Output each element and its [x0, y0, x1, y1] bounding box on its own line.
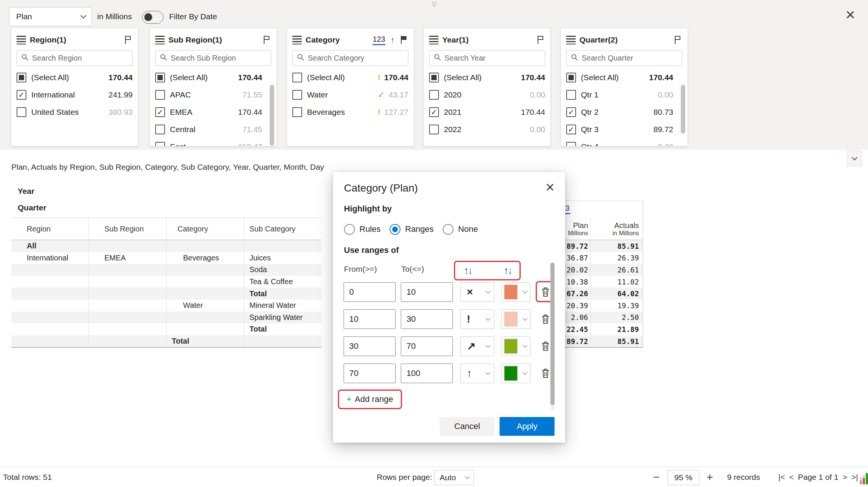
range-to-input[interactable]: [401, 309, 453, 329]
column-header-actuals[interactable]: Actuals in Millions: [590, 218, 643, 240]
radio-option-none[interactable]: None: [443, 224, 478, 235]
checkbox-unchecked[interactable]: [429, 90, 439, 100]
zoom-in-button[interactable]: +: [702, 467, 717, 487]
radio-unselected-icon[interactable]: [443, 224, 454, 235]
hamburger-icon[interactable]: [155, 36, 165, 44]
checkbox-unchecked[interactable]: [155, 90, 165, 100]
collapse-panel-handle[interactable]: [430, 1, 439, 9]
list-item[interactable]: (Select All)170.44: [566, 69, 682, 86]
close-panel-button[interactable]: ×: [841, 5, 860, 24]
measure-dropdown[interactable]: Plan: [9, 7, 92, 26]
flag-outline-icon[interactable]: [262, 35, 271, 45]
list-item[interactable]: 2021170.44: [429, 103, 545, 121]
search-input-category[interactable]: [292, 50, 408, 66]
scroll-down-button[interactable]: [847, 151, 862, 166]
hamburger-icon[interactable]: [292, 36, 302, 44]
list-item[interactable]: Qtr 10.00: [566, 86, 682, 103]
range-from-input[interactable]: [344, 309, 396, 329]
add-range-button[interactable]: + Add range: [338, 390, 402, 409]
table-row[interactable]: InternationalEMEABeveragesJuices: [11, 252, 321, 264]
list-item[interactable]: APAC71.55: [155, 86, 271, 103]
checkbox-partial[interactable]: [566, 73, 576, 82]
checkbox-unchecked[interactable]: [292, 73, 302, 82]
search-input[interactable]: [32, 54, 128, 62]
zoom-level-input[interactable]: 95 %: [668, 470, 699, 485]
checkbox-unchecked[interactable]: [292, 107, 302, 117]
column-header-sub-category[interactable]: Sub Category: [244, 218, 321, 240]
range-icon-dropdown[interactable]: ×: [460, 282, 494, 302]
checkbox-partial[interactable]: [17, 73, 26, 82]
search-input[interactable]: [171, 54, 267, 62]
table-row[interactable]: WaterMineral Water: [11, 300, 321, 312]
range-to-input[interactable]: [401, 364, 453, 383]
hamburger-icon[interactable]: [566, 36, 576, 44]
apply-button[interactable]: Apply: [500, 417, 555, 436]
range-color-dropdown[interactable]: [501, 282, 530, 302]
next-page-button[interactable]: >: [842, 473, 847, 482]
table-value-row[interactable]: 89.7285.91: [565, 240, 643, 252]
zoom-out-button[interactable]: −: [649, 467, 664, 487]
search-input-year-1[interactable]: [429, 50, 545, 66]
table-value-row[interactable]: 22.4521.89: [565, 323, 643, 335]
cancel-button[interactable]: Cancel: [440, 417, 495, 436]
list-item[interactable]: Beverages!127.27: [292, 103, 408, 121]
column-header-category[interactable]: Category: [166, 218, 244, 240]
column-header-sub-region[interactable]: Sub Region: [89, 218, 166, 240]
search-input[interactable]: [582, 54, 678, 62]
flag-outline-icon[interactable]: [673, 35, 682, 45]
checkbox-unchecked[interactable]: [292, 90, 302, 100]
list-item[interactable]: 20200.00: [429, 86, 545, 103]
range-from-input[interactable]: [344, 364, 396, 383]
flag-outline-icon[interactable]: [124, 35, 133, 45]
list-item[interactable]: International241.99: [17, 86, 133, 103]
radio-unselected-icon[interactable]: [344, 224, 355, 235]
checkbox-checked[interactable]: [17, 90, 26, 100]
table-value-row[interactable]: 20.3919.39: [565, 300, 643, 312]
hamburger-icon[interactable]: [17, 36, 26, 44]
list-item[interactable]: Qtr 40.00: [566, 138, 682, 146]
radio-selected-icon[interactable]: [390, 224, 400, 235]
range-from-input[interactable]: [344, 282, 396, 302]
checkbox-checked[interactable]: [429, 107, 439, 117]
list-item[interactable]: (Select All)170.44: [17, 69, 133, 86]
list-item[interactable]: East153.47: [155, 138, 271, 146]
range-icon-dropdown[interactable]: ↗: [460, 336, 494, 356]
rows-per-page-dropdown[interactable]: Auto: [434, 470, 474, 485]
list-item[interactable]: (Select All)170.44: [429, 69, 545, 86]
number-format-badge[interactable]: 123: [373, 35, 385, 45]
table-row[interactable]: Sparkling Water: [11, 312, 321, 324]
table-row[interactable]: Tea & Coffee: [11, 276, 321, 288]
list-item[interactable]: EMEA170.44: [155, 103, 271, 121]
column-header-plan[interactable]: Plan Millions: [565, 218, 590, 240]
range-color-dropdown[interactable]: [501, 364, 530, 383]
column-header-region[interactable]: Region: [11, 218, 89, 240]
checkbox-checked[interactable]: [155, 107, 165, 117]
sort-ascending-icon[interactable]: ↑: [391, 36, 395, 44]
table-value-row[interactable]: 89.7285.91: [565, 335, 643, 347]
range-to-input[interactable]: [401, 336, 453, 356]
checkbox-partial[interactable]: [429, 73, 439, 82]
list-item[interactable]: United States380.93: [17, 103, 133, 121]
flag-outline-icon[interactable]: [536, 35, 545, 45]
checkbox-unchecked[interactable]: [566, 142, 576, 146]
table-value-row[interactable]: 2.062.50: [565, 312, 643, 324]
list-item[interactable]: (Select All)!170.44: [292, 69, 408, 86]
scrollbar-thumb[interactable]: [681, 85, 685, 134]
table-row[interactable]: Soda: [11, 264, 321, 276]
filter-by-date-toggle[interactable]: [142, 11, 164, 24]
checkbox-checked[interactable]: [566, 125, 576, 134]
range-to-input[interactable]: [401, 282, 453, 302]
table-value-row[interactable]: 67.2664.02: [565, 288, 643, 300]
table-value-row[interactable]: 36.8726.39: [565, 252, 643, 264]
checkbox-unchecked[interactable]: [155, 125, 165, 134]
hamburger-icon[interactable]: [429, 36, 439, 44]
checkbox-unchecked[interactable]: [155, 142, 165, 146]
search-input-sub-region-1[interactable]: [155, 50, 271, 66]
range-color-dropdown[interactable]: [501, 309, 530, 329]
table-row[interactable]: Total: [11, 335, 321, 347]
checkbox-unchecked[interactable]: [429, 125, 439, 134]
checkbox-unchecked[interactable]: [17, 107, 26, 117]
search-input[interactable]: [308, 54, 404, 62]
list-item[interactable]: Water✓43.17: [292, 86, 408, 103]
table-row[interactable]: Total: [11, 288, 321, 300]
